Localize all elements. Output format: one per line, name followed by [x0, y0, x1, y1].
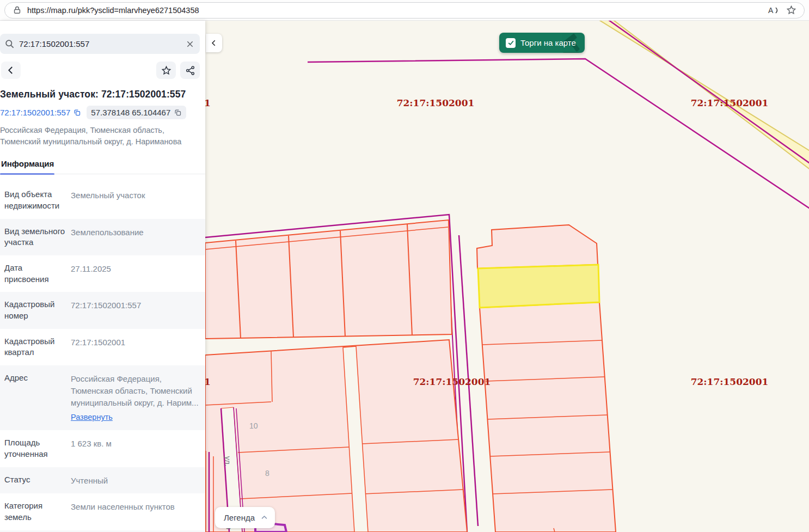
- info-row-value: Учтенный: [71, 474, 202, 487]
- map-area[interactable]: 1 72:17:1502001 72:17:1502001 1 72:17:15…: [205, 21, 809, 532]
- svg-text:A: A: [768, 6, 774, 15]
- info-row: Кадастровый квартал72:17:1502001: [0, 329, 205, 365]
- quarter-label-partial: 1: [205, 97, 211, 108]
- tabs: Информация: [0, 156, 205, 174]
- copy-icon[interactable]: [73, 108, 81, 117]
- legend-button[interactable]: Легенда: [215, 507, 275, 528]
- info-row: Вид объекта недвижимостиЗемельный участо…: [0, 182, 205, 218]
- info-row-label: Кадастровый номер: [4, 299, 65, 321]
- info-panel: Земельный участок: 72:17:1502001:557 72:…: [0, 21, 205, 532]
- parcel-title: Земельный участок: 72:17:1502001:557: [0, 89, 201, 100]
- search-input[interactable]: [19, 39, 181, 48]
- url-text[interactable]: https://map.ru/pkk?ysclid=mlarvheye62715…: [27, 6, 762, 15]
- quarter-label: 72:17:1502001: [691, 97, 769, 108]
- parcel-number: 8: [265, 469, 269, 478]
- info-row-label: Категория земель: [4, 500, 65, 523]
- info-row: Кадастровый номер72:17:1502001:557: [0, 292, 205, 328]
- info-row-label: Адрес: [4, 372, 65, 423]
- info-row-label: Статус: [4, 474, 65, 487]
- read-aloud-icon[interactable]: A: [768, 5, 781, 15]
- info-row: СтатусУчтенный: [0, 467, 205, 494]
- info-row-value: 27.11.2025: [71, 262, 202, 285]
- info-row-value: Земли населенных пунктов: [71, 500, 202, 523]
- torgi-button-label: Торги на карте: [520, 38, 576, 47]
- search-icon: [4, 39, 15, 49]
- info-row-value: Российская Федерация, Тюменская область,…: [71, 372, 202, 423]
- info-row-value: Землепользование: [71, 226, 202, 248]
- browser-toolbar: https://map.ru/pkk?ysclid=mlarvheye62715…: [0, 0, 809, 21]
- legend-button-label: Легенда: [224, 513, 255, 522]
- info-row-value: 1 623 кв. м: [71, 437, 202, 460]
- selected-parcel[interactable]: [478, 265, 599, 308]
- info-row: Вид земельного участкаЗемлепользование: [0, 219, 205, 255]
- quarter-label: 72:17:1502001: [397, 97, 475, 108]
- back-button[interactable]: [1, 62, 21, 79]
- info-row: Площадь уточненная1 623 кв. м: [0, 430, 205, 467]
- clear-search-icon[interactable]: [186, 40, 194, 48]
- lock-icon[interactable]: [13, 5, 22, 15]
- cadastral-number-link[interactable]: 72:17:1502001:557: [0, 108, 81, 117]
- expand-address-link[interactable]: Развернуть: [71, 412, 113, 423]
- coordinates-chip[interactable]: 57.378148 65.104467: [87, 106, 186, 119]
- copy-icon[interactable]: [174, 108, 182, 117]
- parcel-address: Российская Федерация, Тюменская область,…: [0, 125, 200, 147]
- torgi-toggle-button[interactable]: Торги на карте: [499, 33, 585, 53]
- collapse-panel-button[interactable]: [206, 34, 222, 52]
- info-row-value: 72:17:1502001:557: [71, 299, 202, 321]
- chevron-up-icon: [260, 513, 268, 522]
- info-row: Дата присвоения27.11.2025: [0, 255, 205, 292]
- info-row-value: 72:17:1502001: [71, 336, 202, 358]
- search-bar: [0, 34, 200, 54]
- quarter-label: 72:17:1502001: [691, 376, 769, 387]
- info-row-label: Дата присвоения: [4, 262, 65, 285]
- info-row-label: Вид земельного участка: [4, 226, 65, 248]
- street-name-label: ул.: [223, 456, 232, 466]
- quarter-label-partial: 1: [205, 376, 211, 387]
- favorite-button[interactable]: [156, 62, 176, 79]
- cadastral-number-text: 72:17:1502001:557: [0, 108, 70, 117]
- tab-information[interactable]: Информация: [0, 156, 54, 174]
- coordinates-text: 57.378148 65.104467: [91, 108, 170, 117]
- info-row-label: Вид объекта недвижимости: [4, 189, 65, 211]
- favorite-star-icon[interactable]: [786, 5, 796, 15]
- info-row: АдресРоссийская Федерация, Тюменская обл…: [0, 365, 205, 430]
- info-row-label: Площадь уточненная: [4, 437, 65, 460]
- parcel-number: 10: [249, 421, 258, 430]
- info-table: Вид объекта недвижимостиЗемельный участо…: [0, 182, 205, 532]
- parcel-block-bottom[interactable]: [205, 340, 467, 532]
- share-button[interactable]: [180, 62, 200, 79]
- address-bar[interactable]: https://map.ru/pkk?ysclid=mlarvheye62715…: [4, 2, 805, 19]
- torgi-checkbox[interactable]: [506, 38, 516, 48]
- info-row: Категория земельЗемли населенных пунктов: [0, 493, 205, 530]
- info-row-label: Кадастровый квартал: [4, 336, 65, 358]
- tab-underline: [0, 173, 54, 175]
- quarter-label: 72:17:1502001: [413, 376, 491, 387]
- info-row-value: Земельный участок: [71, 189, 202, 211]
